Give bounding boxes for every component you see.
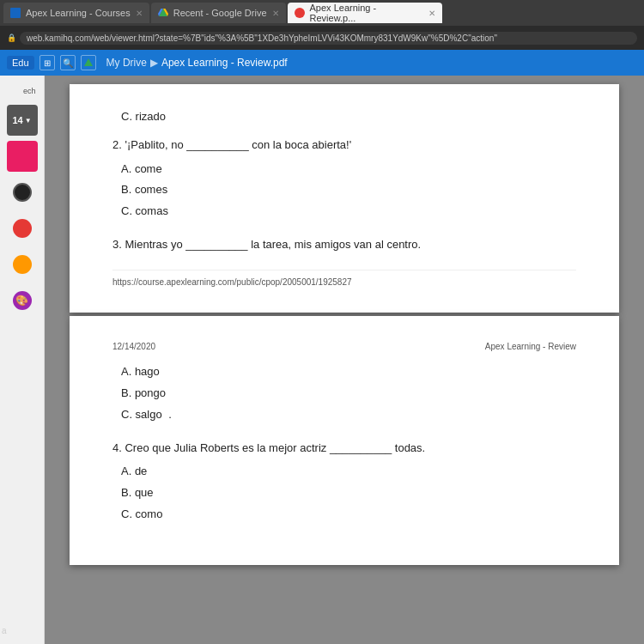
page-number-tag[interactable]: 14 ▼ xyxy=(7,105,38,136)
question-3-answers: A. hago B. pongo C. salgo . xyxy=(112,363,576,423)
page-1-footer: https://course.apexlearning.com/public/c… xyxy=(112,270,576,287)
breadcrumb-my-drive[interactable]: My Drive xyxy=(106,57,147,69)
q4-option-a: A. de xyxy=(112,463,576,481)
breadcrumb-arrow: ▶ xyxy=(150,57,158,69)
q2-option-c: C. comas xyxy=(112,203,576,221)
tab-google-drive-close[interactable]: ✕ xyxy=(272,9,279,18)
main-content: ech 14 ▼ 🎨 a C. riz xyxy=(0,76,644,644)
tab-apex-courses-label: Apex Learning - Courses xyxy=(26,8,131,18)
page-number: 14 xyxy=(12,115,22,125)
svg-marker-3 xyxy=(84,58,93,66)
sidebar-color-red[interactable] xyxy=(7,213,38,244)
question-3-text: 3. Mientras yo __________ la tarea, mis … xyxy=(112,236,576,253)
q4-option-b: B. que xyxy=(112,484,576,502)
q3-option-a: A. hago xyxy=(112,363,576,381)
tab-apex-review-close[interactable]: ✕ xyxy=(428,9,435,18)
drive-icon xyxy=(158,8,168,18)
page-arrow: ▼ xyxy=(25,117,32,125)
page-2-header: 12/14/2020 Apex Learning - Review xyxy=(112,342,576,351)
q3-note: . xyxy=(168,408,172,421)
tab-google-drive[interactable]: Recent - Google Drive ✕ xyxy=(151,3,286,23)
sidebar-pink-block[interactable] xyxy=(7,141,38,172)
q3-option-b: B. pongo xyxy=(112,385,576,403)
breadcrumb: My Drive ▶ Apex Learning - Review.pdf xyxy=(106,57,288,69)
app-toolbar: Edu ⊞ 🔍 My Drive ▶ Apex Learning - Revie… xyxy=(0,50,644,76)
sidebar: ech 14 ▼ 🎨 a xyxy=(0,76,45,644)
tab-apex-review[interactable]: Apex Learning - Review.p... ✕ xyxy=(288,3,442,23)
q3-option-c: C. salgo . xyxy=(112,406,576,424)
tab-google-drive-label: Recent - Google Drive xyxy=(173,8,267,18)
pdf-viewer[interactable]: C. rizado 2. '¡Pablito, no __________ co… xyxy=(45,76,644,644)
address-text[interactable]: web.kamihq.com/web/viewer.html?state=%7B… xyxy=(20,32,637,45)
pdf-page-2: 12/14/2020 Apex Learning - Review A. hag… xyxy=(70,316,619,564)
footer-url: https://course.apexlearning.com/public/c… xyxy=(112,277,352,287)
question-3-block: 3. Mientras yo __________ la tarea, mis … xyxy=(112,236,576,253)
edu-label[interactable]: Edu xyxy=(7,56,34,70)
tab-apex-courses[interactable]: Apex Learning - Courses ✕ xyxy=(3,3,149,23)
tab-bar: Apex Learning - Courses ✕ Recent - Googl… xyxy=(0,0,644,26)
toolbar-drive-icon[interactable] xyxy=(81,55,96,70)
pdf-page-1: C. rizado 2. '¡Pablito, no __________ co… xyxy=(70,84,619,313)
toolbar-layout-icon[interactable]: ⊞ xyxy=(39,55,55,70)
address-bar: 🔒 web.kamihq.com/web/viewer.html?state=%… xyxy=(0,26,644,50)
toolbar-search-icon[interactable]: 🔍 xyxy=(60,55,76,70)
q2-option-b: B. comes xyxy=(112,181,576,199)
sidebar-bottom-label: a xyxy=(2,626,7,635)
tab-apex-review-label: Apex Learning - Review.p... xyxy=(310,3,423,23)
sidebar-palette[interactable]: 🎨 xyxy=(7,285,38,316)
page-2-date: 12/14/2020 xyxy=(112,342,155,351)
sidebar-color-orange[interactable] xyxy=(7,249,38,280)
page-2-title: Apex Learning - Review xyxy=(485,342,576,351)
book-icon xyxy=(10,8,21,18)
question-4-text: 4. Creo que Julia Roberts es la mejor ac… xyxy=(112,440,576,457)
q4-option-c: C. como xyxy=(112,506,576,524)
question-2-text: 2. '¡Pablito, no __________ con la boca … xyxy=(112,137,576,154)
q2-option-a: A. come xyxy=(112,161,576,179)
question-2-block: 2. '¡Pablito, no __________ con la boca … xyxy=(112,137,576,221)
tab-apex-courses-close[interactable]: ✕ xyxy=(136,9,143,18)
apex-review-icon xyxy=(295,8,305,18)
ech-label: ech xyxy=(7,82,38,100)
answer-c-rizado: C. rizado xyxy=(112,110,576,123)
lock-icon: 🔒 xyxy=(7,33,16,42)
breadcrumb-current-file: Apex Learning - Review.pdf xyxy=(161,57,288,69)
sidebar-color-black[interactable] xyxy=(7,177,38,208)
question-4-block: 4. Creo que Julia Roberts es la mejor ac… xyxy=(112,440,576,524)
